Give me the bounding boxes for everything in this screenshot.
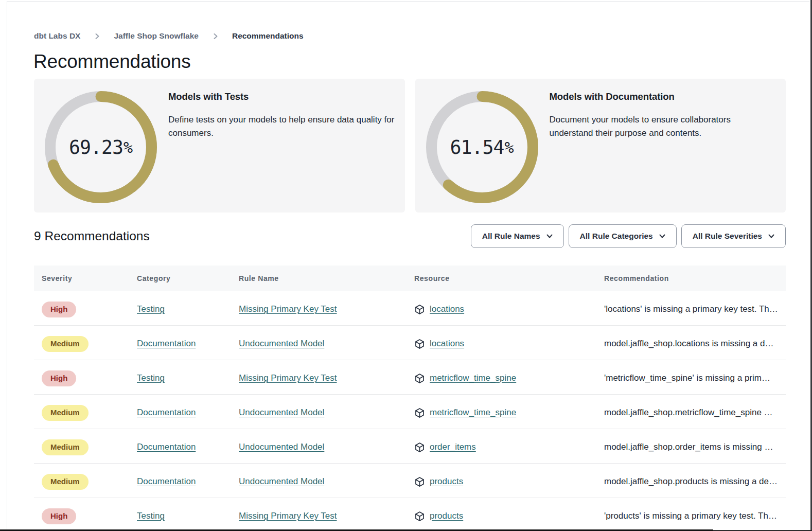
rule-name-cell: Undocumented Model [239, 476, 414, 487]
recommendation-cell: 'products' is missing a primary key test… [604, 511, 782, 521]
recommendations-table: SeverityCategoryRule NameResourceRecomme… [34, 266, 786, 531]
breadcrumb-chevron-icon [212, 33, 219, 40]
rule-name-link[interactable]: Undocumented Model [239, 476, 324, 486]
table-row: High Testing Missing Primary Key Test pr… [34, 498, 786, 531]
recommendation-cell: 'metricflow_time_spine' is missing a pri… [604, 373, 782, 383]
recommendation-cell: 'locations' is missing a primary key tes… [604, 304, 782, 314]
resource-cell: products [414, 511, 604, 522]
category-link[interactable]: Documentation [137, 408, 196, 417]
category-link[interactable]: Testing [137, 511, 165, 521]
severity-cell: Medium [42, 336, 137, 352]
model-cube-icon [414, 373, 425, 384]
card-description-line: Document your models to ensure collabora… [550, 113, 774, 127]
card-description-line: consumers. [168, 127, 393, 140]
model-cube-icon [414, 339, 425, 349]
category-link[interactable]: Testing [137, 373, 165, 383]
table-row: Medium Documentation Undocumented Model … [34, 326, 786, 360]
filter-dropdown[interactable]: All Rule Names [471, 224, 564, 248]
severity-cell: High [42, 302, 137, 317]
donut-percentage-text: 69.23% [69, 136, 133, 158]
donut-chart: 61.54% [426, 91, 538, 203]
card-text: Models with Documentation Document your … [550, 91, 774, 140]
filter-dropdown[interactable]: All Rule Categories [569, 224, 677, 248]
recommendation-cell: model.jaffle_shop.metricflow_time_spine … [604, 408, 782, 418]
severity-badge: High [42, 302, 76, 317]
donut-percentage-text: 61.54% [450, 136, 514, 158]
rule-name-cell: Undocumented Model [239, 339, 414, 349]
card-description-line: understand their purpose and contents. [550, 127, 774, 140]
card-description: Document your models to ensure collabora… [550, 113, 774, 140]
severity-badge: High [42, 370, 76, 386]
page-title: Recommendations [33, 51, 190, 73]
category-cell: Documentation [137, 339, 239, 349]
chevron-down-icon [658, 232, 666, 240]
recommendation-cell: model.jaffle_shop.order_items is missing… [604, 442, 782, 452]
category-cell: Testing [137, 511, 239, 521]
severity-badge: High [42, 508, 76, 524]
model-cube-icon [414, 511, 425, 522]
rule-name-cell: Undocumented Model [239, 408, 414, 418]
column-header: Category [137, 274, 239, 282]
table-row: High Testing Missing Primary Key Test lo… [34, 291, 786, 326]
rule-name-cell: Missing Primary Key Test [239, 373, 414, 383]
category-link[interactable]: Documentation [137, 476, 196, 486]
donut-percentage: 61.54% [426, 91, 538, 203]
recommendation-cell: model.jaffle_shop.locations is missing a… [604, 339, 782, 349]
severity-badge: Medium [42, 474, 89, 490]
category-link[interactable]: Documentation [137, 339, 196, 348]
column-header: Rule Name [239, 274, 414, 282]
column-header: Severity [42, 274, 137, 282]
resource-link[interactable]: metricflow_time_spine [430, 408, 516, 418]
resource-link[interactable]: metricflow_time_spine [430, 373, 516, 383]
resource-link[interactable]: locations [430, 339, 464, 349]
column-header: Recommendation [604, 274, 782, 282]
rule-name-link[interactable]: Missing Primary Key Test [239, 511, 337, 521]
panel-left-border [7, 1, 7, 531]
category-cell: Testing [137, 373, 239, 383]
recommendations-count: 9 Recommendations [34, 229, 150, 243]
rule-name-link[interactable]: Undocumented Model [239, 442, 324, 452]
category-cell: Documentation [137, 408, 239, 418]
chevron-down-icon [545, 232, 554, 240]
card-description: Define tests on your models to help ensu… [168, 113, 393, 140]
table-row: Medium Documentation Undocumented Model … [34, 464, 786, 498]
breadcrumb-item[interactable]: Jaffle Shop Snowflake [114, 31, 199, 41]
breadcrumb-item[interactable]: dbt Labs DX [34, 31, 80, 41]
category-link[interactable]: Documentation [137, 442, 196, 452]
filter-dropdown-label: All Rule Categories [580, 232, 653, 241]
table-row: Medium Documentation Undocumented Model … [34, 429, 786, 464]
resource-link[interactable]: order_items [430, 442, 476, 452]
resource-cell: locations [414, 304, 604, 315]
breadcrumb: dbt Labs DX Jaffle Shop Snowflake Recomm… [34, 30, 304, 42]
resource-cell: products [414, 476, 604, 487]
severity-badge: Medium [42, 405, 89, 421]
card-description-line: Define tests on your models to help ensu… [168, 113, 393, 127]
card-text: Models with Tests Define tests on your m… [168, 91, 393, 140]
resource-cell: order_items [414, 442, 604, 453]
resource-link[interactable]: products [430, 476, 463, 487]
category-link[interactable]: Testing [137, 304, 165, 314]
rule-name-link[interactable]: Undocumented Model [239, 339, 324, 348]
resource-link[interactable]: products [430, 511, 463, 521]
severity-cell: High [42, 370, 137, 386]
donut-chart: 69.23% [45, 91, 157, 203]
card-title: Models with Tests [168, 91, 393, 102]
severity-cell: Medium [42, 405, 137, 421]
resource-link[interactable]: locations [430, 304, 464, 314]
panel-top-border [7, 1, 809, 2]
rule-name-cell: Missing Primary Key Test [239, 511, 414, 521]
resource-cell: metricflow_time_spine [414, 408, 604, 418]
summary-cards: 69.23% Models with Tests Define tests on… [34, 79, 786, 213]
severity-cell: High [42, 508, 137, 524]
rule-name-link[interactable]: Missing Primary Key Test [239, 304, 337, 314]
summary-card: 69.23% Models with Tests Define tests on… [34, 79, 405, 213]
table-header-row: SeverityCategoryRule NameResourceRecomme… [34, 266, 786, 291]
rule-name-link[interactable]: Undocumented Model [239, 408, 324, 417]
rule-name-link[interactable]: Missing Primary Key Test [239, 373, 337, 383]
filter-dropdown[interactable]: All Rule Severities [681, 224, 786, 248]
breadcrumb-item: Recommendations [232, 31, 304, 41]
chevron-down-icon [767, 232, 775, 240]
recommendation-cell: model.jaffle_shop.products is missing a … [604, 476, 782, 487]
category-cell: Documentation [137, 442, 239, 452]
summary-card: 61.54% Models with Documentation Documen… [415, 79, 786, 213]
